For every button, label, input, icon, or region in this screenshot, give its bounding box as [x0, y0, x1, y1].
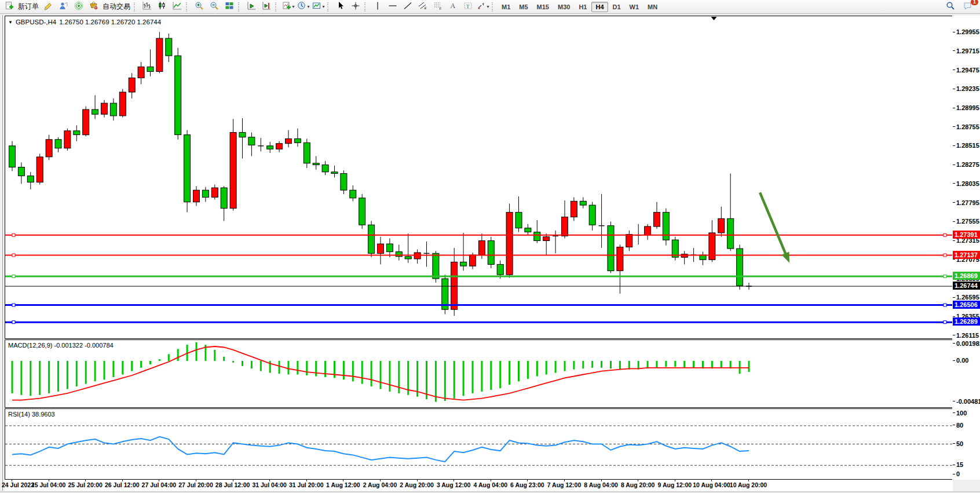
macd-bar	[131, 361, 133, 371]
candle-body	[331, 172, 338, 174]
macd-bar	[481, 361, 482, 392]
collapse-triangle-icon[interactable]: ▼	[8, 20, 13, 25]
zoom-out-button[interactable]	[207, 1, 222, 13]
candle-body	[460, 262, 467, 266]
macd-bar	[232, 361, 234, 363]
line-chart-button[interactable]	[170, 1, 185, 13]
cursor-icon	[336, 1, 345, 13]
horizontal-line-button[interactable]	[385, 1, 400, 13]
macd-bar	[454, 361, 455, 399]
time-tick-label: 25 Jul 20:00	[68, 481, 103, 488]
vertical-line-icon	[373, 1, 382, 13]
price-tick-label: 1.27555	[956, 218, 979, 225]
macd-bar	[693, 361, 694, 368]
price-tag[interactable]: 1.27391	[953, 231, 980, 239]
macd-pane[interactable]	[5, 339, 953, 408]
time-tick-label: 27 Jul 20:00	[178, 481, 213, 488]
search-button[interactable]	[943, 1, 958, 13]
new-order-label[interactable]: 新订单	[17, 2, 41, 12]
candlestick-chart-button[interactable]	[155, 1, 170, 13]
macd-bar	[463, 361, 465, 396]
macd-chart[interactable]	[5, 340, 952, 407]
chart-shift-button[interactable]	[259, 1, 274, 13]
trendline-button[interactable]	[400, 1, 415, 13]
timeframe-M1[interactable]: M1	[498, 2, 514, 12]
time-tick-label: 8 Aug 04:00	[584, 481, 618, 488]
equidistant-channel-button[interactable]: E	[415, 1, 430, 13]
rsi-pane[interactable]	[5, 408, 953, 480]
timeframe-H4[interactable]: H4	[591, 2, 608, 12]
macd-tick-mark	[953, 360, 955, 361]
timeframe-M30[interactable]: M30	[554, 2, 574, 12]
rsi-chart[interactable]	[5, 409, 952, 479]
candle-body	[36, 157, 43, 182]
macd-bar	[656, 361, 658, 368]
candle-body	[506, 212, 513, 275]
vertical-line-button[interactable]	[370, 1, 385, 13]
algo-trading-label[interactable]: 自动交易	[101, 2, 133, 12]
bar-chart-icon	[142, 1, 152, 13]
toolbar: 新订单 自动交易 ▾ ▾ ▾ E F A T ▾ M1M5M15M30H1H4D…	[0, 0, 980, 14]
indicators-button[interactable]: ▾	[281, 1, 296, 13]
timeframe-H1[interactable]: H1	[575, 2, 591, 12]
price-tag[interactable]: 1.27137	[953, 251, 980, 259]
templates-button[interactable]: ▾	[311, 1, 326, 13]
auto-scroll-button[interactable]	[244, 1, 259, 13]
timeframe-M5[interactable]: M5	[515, 2, 532, 12]
time-tick-label: 4 Aug 04:00	[474, 481, 508, 488]
new-order-button[interactable]	[2, 1, 17, 13]
text-label-button[interactable]: T	[460, 1, 476, 13]
price-tag[interactable]: 1.26289	[953, 317, 980, 326]
fibonacci-button[interactable]: F	[430, 1, 445, 13]
template-icon	[312, 1, 321, 13]
price-tag[interactable]: 1.26869	[953, 272, 980, 280]
candle-body	[184, 135, 191, 202]
macd-tick-mark	[953, 343, 955, 344]
crosshair-button[interactable]	[348, 1, 363, 13]
bar-chart-button[interactable]	[140, 1, 155, 13]
candle-body	[718, 218, 725, 233]
candle-body	[654, 212, 660, 227]
timeframe-MN[interactable]: MN	[643, 2, 661, 12]
arrows-icon	[477, 1, 486, 13]
candle-body	[350, 190, 356, 198]
periods-button[interactable]: ▾	[296, 1, 311, 13]
timeframe-W1[interactable]: W1	[626, 2, 643, 12]
time-tick-label: 27 Jul 04:00	[142, 481, 177, 488]
price-tick-mark	[953, 240, 955, 241]
candle-body	[386, 244, 393, 252]
macd-bar	[343, 361, 345, 379]
candle-body	[156, 38, 163, 71]
price-tag[interactable]: 1.26506	[953, 301, 980, 309]
search-icon	[946, 1, 955, 13]
candlestick-chart[interactable]	[5, 16, 952, 338]
rsi-tick-mark	[953, 412, 955, 413]
algo-trading-button[interactable]	[86, 1, 101, 13]
community-button[interactable]	[56, 1, 71, 13]
candle-body	[286, 139, 292, 144]
horizontal-line-icon	[388, 1, 397, 13]
macd-bar	[582, 361, 584, 368]
price-tick-mark	[953, 335, 955, 335]
notifications-button[interactable]: 1	[960, 1, 975, 13]
timeframe-M15[interactable]: M15	[533, 2, 553, 12]
algo-trading-icon	[89, 1, 98, 13]
tile-windows-button[interactable]	[222, 1, 237, 13]
main-chart-pane[interactable]	[5, 16, 953, 339]
signals-button[interactable]	[71, 1, 86, 13]
macd-bar	[30, 361, 31, 396]
macd-bar	[555, 361, 557, 373]
zoom-in-button[interactable]	[192, 1, 207, 13]
macd-bar	[674, 361, 676, 367]
candle-body	[571, 201, 577, 217]
cursor-button[interactable]	[333, 1, 348, 13]
macd-bar	[39, 361, 41, 395]
candle-body	[248, 137, 255, 145]
candle-body	[27, 176, 34, 182]
timeframe-D1[interactable]: D1	[609, 2, 625, 12]
candle-body	[9, 146, 16, 167]
macd-bar	[159, 359, 160, 361]
arrows-button[interactable]: ▾	[476, 1, 491, 13]
text-button[interactable]: A	[445, 1, 460, 13]
styler-button[interactable]	[41, 1, 56, 13]
